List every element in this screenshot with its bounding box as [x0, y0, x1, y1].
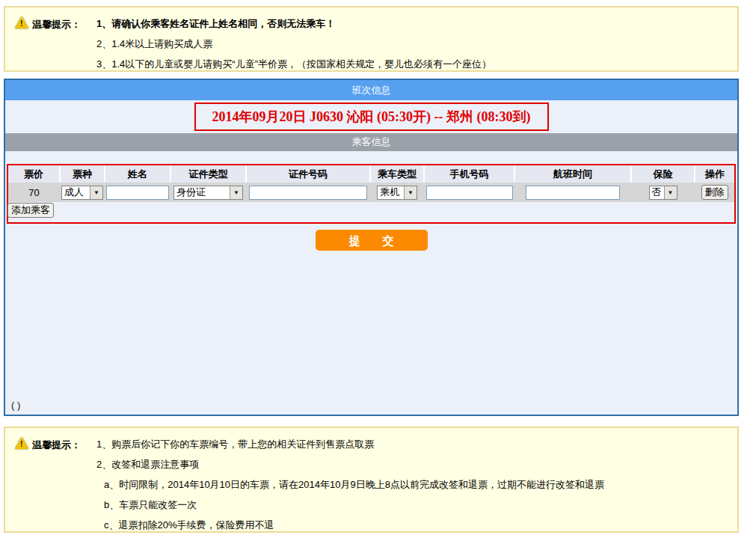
notice-lines: 1、请确认你乘客姓名证件上姓名相同，否则无法乘车！ 2、1.4米以上请购买成人票… — [96, 13, 491, 74]
col-operation: 操作 — [695, 165, 734, 183]
delete-button[interactable]: 删除 — [701, 185, 728, 200]
spacer — [5, 151, 737, 164]
notice-line: 2、改签和退票注意事项 — [96, 454, 604, 474]
notice-title: 温馨提示： — [32, 438, 81, 452]
footer-note: ( ) — [11, 400, 20, 411]
bottom-notice-box: 温馨提示： 1、购票后你记下你的车票编号，带上您的相关证件到售票点取票 2、改签… — [4, 427, 739, 533]
col-name: 姓名 — [105, 165, 170, 183]
trip-row: 2014年09月20日 J0630 沁阳 (05:30开) -- 郑州 (08:… — [5, 100, 737, 133]
ticket-type-select[interactable]: 成人 ▼ — [61, 186, 103, 200]
notice-line: c、退票扣除20%手续费，保险费用不退 — [96, 515, 604, 535]
submit-row: 提 交 — [5, 230, 737, 251]
notice-line: 1、购票后你记下你的车票编号，带上您的相关证件到售票点取票 — [96, 434, 604, 454]
add-passenger-row: 添加乘客 — [8, 202, 734, 222]
warning-icon — [15, 437, 28, 449]
chevron-down-icon: ▼ — [664, 186, 677, 199]
notice-lines: 1、购票后你记下你的车票编号，带上您的相关证件到售票点取票 2、改签和退票注意事… — [96, 434, 604, 535]
chevron-down-icon: ▼ — [404, 186, 417, 199]
submit-button[interactable]: 提 交 — [316, 230, 428, 251]
passenger-table: 票价 票种 姓名 证件类型 证件号码 乘车类型 手机号码 航班时间 保险 操作 — [8, 165, 734, 202]
col-price: 票价 — [8, 165, 60, 183]
col-ride-type: 乘车类型 — [370, 165, 424, 183]
warning-icon — [15, 16, 28, 28]
phone-input[interactable] — [426, 186, 513, 200]
id-type-select[interactable]: 身份证 ▼ — [173, 186, 243, 200]
notice-line: a、时间限制，2014年10月10日的车票，请在2014年10月9日晚上8点以前… — [96, 474, 604, 495]
page: 温馨提示： 1、请确认你乘客姓名证件上姓名相同，否则无法乘车！ 2、1.4米以上… — [0, 0, 756, 544]
id-type-value: 身份证 — [174, 186, 230, 199]
trip-info-box: 2014年09月20日 J0630 沁阳 (05:30开) -- 郑州 (08:… — [194, 103, 549, 131]
passenger-table-container: 票价 票种 姓名 证件类型 证件号码 乘车类型 手机号码 航班时间 保险 操作 — [7, 164, 736, 224]
notice-title: 温馨提示： — [32, 18, 81, 31]
col-id-type: 证件类型 — [170, 165, 246, 183]
add-passenger-button[interactable]: 添加乘客 — [7, 203, 54, 218]
chevron-down-icon: ▼ — [230, 186, 242, 199]
col-phone: 手机号码 — [424, 165, 514, 183]
ride-type-select[interactable]: 乘机 ▼ — [377, 186, 417, 200]
chevron-down-icon: ▼ — [90, 186, 102, 199]
name-input[interactable] — [106, 186, 169, 200]
flight-time-input[interactable] — [526, 186, 620, 200]
ride-type-value: 乘机 — [378, 186, 404, 199]
col-flight-time: 航班时间 — [514, 165, 631, 183]
ticket-type-value: 成人 — [62, 186, 90, 199]
col-id-number: 证件号码 — [246, 165, 370, 183]
id-number-input[interactable] — [249, 186, 367, 200]
insurance-value: 否 — [650, 186, 664, 199]
passenger-row: 70 成人 ▼ 身份证 ▼ — [8, 183, 734, 202]
notice-line: 1、请确认你乘客姓名证件上姓名相同，否则无法乘车！ — [96, 13, 491, 34]
notice-line: b、车票只能改签一次 — [96, 495, 604, 515]
notice-line: 2、1.4米以上请购买成人票 — [96, 34, 491, 54]
price-cell: 70 — [8, 183, 60, 202]
schedule-section-header: 班次信息 — [5, 80, 737, 100]
top-notice-box: 温馨提示： 1、请确认你乘客姓名证件上姓名相同，否则无法乘车！ 2、1.4米以上… — [4, 6, 739, 72]
passenger-section-header: 乘客信息 — [5, 133, 737, 151]
trip-info-text: 2014年09月20日 J0630 沁阳 (05:30开) -- 郑州 (08:… — [212, 108, 531, 126]
booking-panel: 班次信息 2014年09月20日 J0630 沁阳 (05:30开) -- 郑州… — [4, 79, 739, 416]
insurance-select[interactable]: 否 ▼ — [649, 186, 677, 200]
col-insurance: 保险 — [631, 165, 695, 183]
notice-line: 3、1.4以下的儿童或婴儿请购买“儿童”半价票，（按国家相关规定，婴儿也必须有一… — [96, 54, 491, 74]
col-ticket-type: 票种 — [60, 165, 105, 183]
table-header-row: 票价 票种 姓名 证件类型 证件号码 乘车类型 手机号码 航班时间 保险 操作 — [8, 165, 734, 183]
